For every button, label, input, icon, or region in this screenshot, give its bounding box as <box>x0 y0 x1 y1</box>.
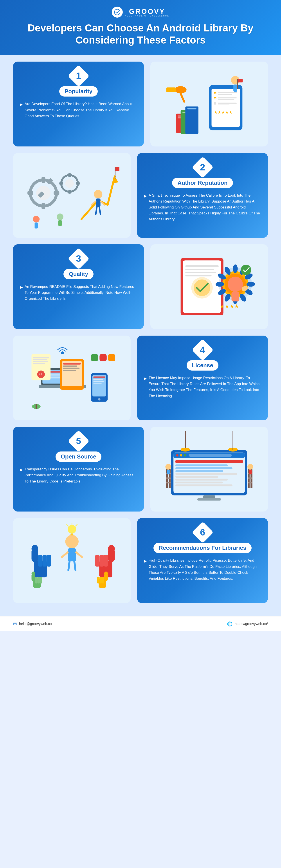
svg-point-161 <box>65 535 79 548</box>
logo-text-block: GROOVY ASSURANCE OF EXCELLENCE <box>125 7 169 17</box>
factor-1-image: ★★★★★ <box>150 62 268 146</box>
svg-rect-186 <box>102 577 104 583</box>
svg-rect-82 <box>232 292 239 301</box>
svg-point-153 <box>247 464 253 470</box>
svg-rect-131 <box>175 476 218 478</box>
svg-rect-63 <box>185 275 211 276</box>
svg-rect-115 <box>100 354 106 361</box>
factor-6-number: 6 <box>200 527 205 538</box>
svg-text:©: © <box>39 373 42 376</box>
svg-rect-14 <box>217 94 232 95</box>
svg-rect-109 <box>33 361 48 362</box>
svg-rect-25 <box>233 85 237 92</box>
factor-5-image <box>150 427 268 512</box>
footer-email-text: hello@groovyweb.co <box>19 622 52 626</box>
svg-line-168 <box>62 552 68 557</box>
factor-4-image: © <box>13 336 131 420</box>
svg-rect-147 <box>167 470 170 474</box>
svg-rect-104 <box>63 368 79 369</box>
svg-point-78 <box>216 282 224 287</box>
svg-point-113 <box>61 351 64 354</box>
svg-line-50 <box>96 207 97 214</box>
svg-point-146 <box>165 464 171 470</box>
factor-5-row: 5 Open Source ▶ Transparency Issues Can … <box>13 427 268 512</box>
svg-point-177 <box>108 545 115 552</box>
factor-2-card: 2 Author Reputation ▶ A Smart Technique … <box>137 153 268 238</box>
factor-2-desc-item: ▶ A Smart Technique To Assess The Calibr… <box>144 192 261 222</box>
svg-rect-167 <box>68 548 76 561</box>
factor-4-badge: 4 <box>191 339 213 361</box>
svg-point-138 <box>181 448 190 452</box>
svg-rect-29 <box>166 87 176 92</box>
svg-rect-134 <box>175 485 233 487</box>
svg-line-166 <box>67 524 69 526</box>
svg-point-189 <box>104 571 108 575</box>
svg-rect-108 <box>33 359 47 360</box>
svg-point-40 <box>65 179 74 188</box>
svg-rect-133 <box>175 482 223 484</box>
logo-icon <box>112 7 123 18</box>
bullet-6: ▶ <box>144 558 147 564</box>
svg-line-171 <box>74 561 75 570</box>
svg-rect-158 <box>42 555 46 566</box>
factor-3-desc: ▶ An Revamped README File Suggests That … <box>20 284 137 302</box>
svg-rect-125 <box>189 454 232 457</box>
svg-rect-6 <box>185 106 199 134</box>
svg-rect-96 <box>93 379 103 380</box>
svg-point-52 <box>33 216 39 222</box>
svg-rect-102 <box>63 363 81 365</box>
email-icon: ✉ <box>13 621 17 626</box>
globe-icon: 🌐 <box>227 621 233 626</box>
svg-point-81 <box>227 277 243 292</box>
logo-sub: ASSURANCE OF EXCELLENCE <box>125 15 169 17</box>
svg-rect-151 <box>248 478 252 479</box>
header: GROOVY ASSURANCE OF EXCELLENCE Developer… <box>0 0 281 55</box>
svg-rect-61 <box>185 269 214 270</box>
svg-rect-120 <box>173 453 245 493</box>
svg-point-99 <box>98 398 101 401</box>
factor-4-number: 4 <box>200 345 205 355</box>
factor-3-number: 3 <box>76 253 81 264</box>
svg-rect-152 <box>248 482 252 484</box>
factor-1-desc: ▶ Are Developers Fond Of The Library? Ha… <box>20 101 137 119</box>
svg-rect-181 <box>38 577 40 583</box>
svg-rect-118 <box>36 404 37 409</box>
factor-2-title: Author Reputation <box>172 178 233 188</box>
factor-3-desc-item: ▶ An Revamped README File Suggests That … <box>20 284 137 302</box>
svg-rect-98 <box>93 383 102 383</box>
svg-rect-176 <box>95 555 100 566</box>
svg-point-85 <box>241 265 251 275</box>
svg-rect-53 <box>34 222 38 228</box>
svg-rect-62 <box>185 272 216 273</box>
factor-6-desc: ▶ High-Quality Libraries Include Retrofi… <box>144 557 261 582</box>
factor-2-desc-text: A Smart Technique To Assess The Calibre … <box>149 192 261 222</box>
svg-rect-163 <box>70 533 73 535</box>
factor-5-desc-text: Transparency Issues Can Be Dangerous. Ev… <box>25 466 137 484</box>
factor-3-image: ★★★★ <box>150 244 268 329</box>
svg-rect-7 <box>187 108 197 109</box>
factor-1-title: Popularity <box>59 86 98 97</box>
svg-rect-182 <box>40 577 42 583</box>
svg-rect-132 <box>175 479 227 481</box>
factor-6-desc-text: High-Quality Libraries Include Retrofit,… <box>149 557 261 582</box>
bullet-5: ▶ <box>20 467 23 473</box>
svg-point-160 <box>31 545 38 552</box>
factor-5-number: 5 <box>76 436 81 446</box>
content-area: 1 Popularity ▶ Are Developers Fond Of Th… <box>0 55 281 616</box>
svg-rect-144 <box>166 478 171 479</box>
svg-line-169 <box>76 552 82 557</box>
factor-1-card: 1 Popularity ▶ Are Developers Fond Of Th… <box>13 62 144 146</box>
svg-rect-42 <box>68 190 71 193</box>
svg-point-123 <box>180 454 182 457</box>
svg-rect-107 <box>33 357 49 358</box>
factor-6-image <box>13 518 131 603</box>
factor-5-desc: ▶ Transparency Issues Can Be Dangerous. … <box>20 466 137 484</box>
factor-3-card: 3 Quality ▶ An Revamped README File Sugg… <box>13 244 144 329</box>
svg-line-51 <box>99 207 100 214</box>
svg-rect-180 <box>35 577 38 583</box>
factor-2-image <box>13 153 131 238</box>
svg-rect-27 <box>238 79 243 82</box>
svg-rect-47 <box>96 198 101 207</box>
bullet-4: ▶ <box>144 375 147 382</box>
factor-1-number: 1 <box>76 70 81 81</box>
